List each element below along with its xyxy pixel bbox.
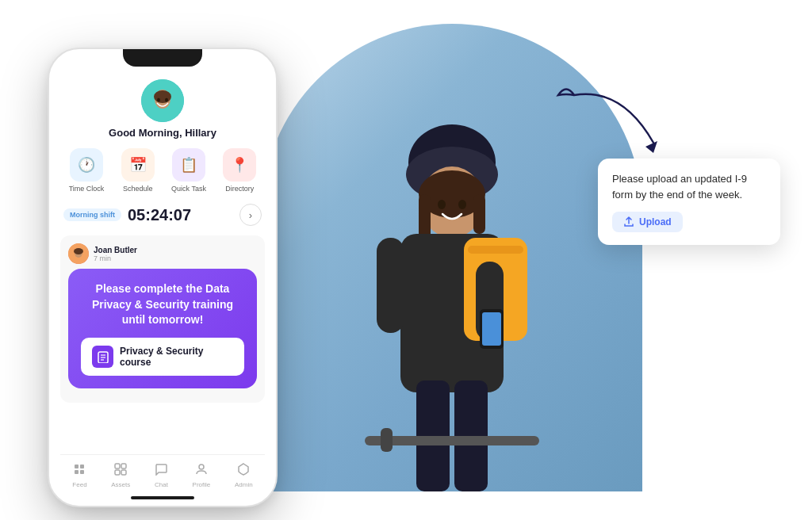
chat-icon [155, 463, 167, 479]
course-label: Privacy & Security course [120, 346, 233, 368]
training-message: Please complete the Data Privacy & Secur… [81, 281, 244, 328]
nav-chat-label: Chat [155, 481, 168, 488]
phone-notch [123, 49, 202, 67]
course-button[interactable]: Privacy & Security course [81, 338, 244, 376]
directory-action[interactable]: 📍 Directory [223, 148, 256, 193]
svg-rect-35 [115, 464, 120, 468]
shift-arrow-button[interactable]: › [239, 204, 262, 226]
shift-timer: 05:24:07 [128, 206, 233, 224]
time-clock-icon: 🕐 [78, 156, 95, 174]
svg-point-7 [458, 200, 466, 209]
svg-point-6 [438, 200, 446, 209]
svg-rect-37 [115, 470, 120, 475]
course-icon [92, 346, 113, 368]
nav-profile-label: Profile [193, 481, 211, 488]
nav-assets-label: Assets [111, 481, 130, 488]
svg-rect-18 [381, 428, 393, 452]
svg-rect-32 [80, 465, 84, 468]
quick-task-label: Quick Task [171, 185, 206, 193]
upload-button[interactable]: Upload [612, 212, 683, 232]
svg-rect-5 [473, 194, 485, 234]
message-section: Joan Butler 7 min Please complete the Da… [60, 235, 265, 403]
quick-task-action[interactable]: 📋 Quick Task [171, 148, 206, 193]
nav-feed[interactable]: Feed [72, 463, 86, 488]
profile-icon [195, 463, 208, 479]
directory-icon-wrap: 📍 [223, 148, 256, 182]
shift-badge: Morning shift [63, 208, 121, 221]
training-card: Please complete the Data Privacy & Secur… [68, 269, 257, 388]
directory-icon: 📍 [231, 156, 248, 174]
nav-admin-label: Admin [235, 481, 253, 488]
nav-assets[interactable]: Assets [111, 463, 130, 488]
nav-feed-label: Feed [72, 481, 86, 488]
svg-point-22 [157, 98, 160, 102]
svg-point-21 [154, 90, 171, 103]
upload-button-label: Upload [639, 216, 672, 228]
svg-rect-38 [121, 470, 126, 475]
arrow-annotation [550, 79, 677, 174]
woman-illustration [317, 40, 587, 491]
schedule-label: Schedule [123, 185, 153, 193]
profile-section: Good Morning, Hillary [60, 79, 265, 139]
notification-text: Please upload an updated I-9 form by the… [612, 171, 766, 202]
svg-point-26 [74, 248, 83, 254]
quick-actions: 🕐 Time Clock 📅 Schedule 📋 Quick Task [60, 148, 265, 193]
schedule-action[interactable]: 📅 Schedule [121, 148, 155, 193]
svg-rect-36 [121, 464, 126, 468]
svg-point-23 [165, 98, 168, 102]
directory-label: Directory [225, 185, 254, 193]
phone-mockup: Good Morning, Hillary 🕐 Time Clock 📅 Sch… [48, 48, 278, 507]
quick-task-icon: 📋 [180, 156, 197, 174]
shift-row: Morning shift 05:24:07 › [60, 204, 265, 226]
message-sender: Joan Butler 7 min [68, 243, 257, 264]
time-clock-icon-wrap: 🕐 [70, 148, 103, 182]
quick-task-icon-wrap: 📋 [172, 148, 205, 182]
avatar [141, 79, 184, 122]
assets-icon [114, 463, 127, 479]
svg-rect-10 [468, 246, 523, 254]
time-clock-action[interactable]: 🕐 Time Clock [69, 148, 105, 193]
nav-admin[interactable]: Admin [235, 463, 253, 488]
admin-icon [237, 463, 250, 479]
feed-icon [73, 463, 86, 479]
svg-rect-34 [80, 470, 84, 474]
sender-avatar [68, 243, 89, 264]
upload-icon [623, 216, 634, 228]
bottom-nav: Feed Assets [60, 454, 265, 495]
nav-chat[interactable]: Chat [155, 463, 168, 488]
greeting-text: Good Morning, Hillary [109, 127, 216, 139]
sender-time: 7 min [94, 254, 137, 262]
sender-name: Joan Butler [94, 246, 137, 254]
svg-rect-33 [75, 470, 79, 474]
svg-rect-14 [482, 312, 501, 346]
schedule-icon-wrap: 📅 [121, 148, 155, 182]
svg-point-39 [199, 465, 204, 469]
svg-rect-31 [75, 465, 79, 468]
svg-rect-11 [377, 238, 404, 333]
home-indicator [131, 496, 194, 499]
schedule-icon: 📅 [129, 156, 147, 174]
nav-profile[interactable]: Profile [193, 463, 211, 488]
time-clock-label: Time Clock [69, 185, 105, 193]
sender-info: Joan Butler 7 min [94, 246, 137, 262]
